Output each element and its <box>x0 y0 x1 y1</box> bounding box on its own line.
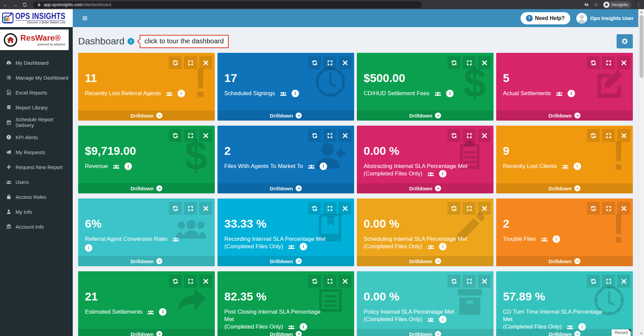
user-menu[interactable]: Ops Insights User <box>576 13 634 24</box>
tile-drilldown[interactable]: Drilldown <box>78 256 215 266</box>
tile-close-button[interactable] <box>478 275 491 288</box>
sidebar-item-my-dashboard[interactable]: My Dashboard <box>0 55 73 70</box>
tile-expand-button[interactable] <box>602 56 615 69</box>
tile-close-button[interactable] <box>199 202 212 215</box>
tile-close-button[interactable] <box>617 275 630 288</box>
sidebar-item-schedule-report-delivery[interactable]: Schedule Report Delivery <box>0 115 73 130</box>
tile-drilldown[interactable]: Drilldown <box>357 183 493 193</box>
reload-icon[interactable] <box>22 2 27 7</box>
tile-close-button[interactable] <box>617 56 630 69</box>
info-icon[interactable]: i <box>553 235 560 243</box>
info-icon[interactable]: i <box>439 170 446 177</box>
info-icon[interactable]: i <box>320 163 327 170</box>
info-icon[interactable]: i <box>439 316 446 323</box>
people-icon[interactable] <box>287 243 296 250</box>
tile-expand-button[interactable] <box>463 56 476 69</box>
tile-close-button[interactable] <box>339 129 351 142</box>
tile-expand-button[interactable] <box>602 202 615 215</box>
info-icon[interactable]: i <box>85 244 92 252</box>
tile-drilldown[interactable]: Drilldown <box>357 110 493 121</box>
tile-refresh-button[interactable] <box>308 275 321 288</box>
tile-expand-button[interactable] <box>323 56 336 69</box>
sidebar-item-access-roles[interactable]: Access Roles <box>0 189 73 204</box>
tile-refresh-button[interactable] <box>447 56 460 69</box>
sidebar-item-account-info[interactable]: Account Info <box>0 219 73 234</box>
tile-expand-button[interactable] <box>323 202 336 215</box>
info-icon[interactable]: i <box>568 90 575 97</box>
tile-close-button[interactable] <box>478 129 491 142</box>
tile-close-button[interactable] <box>199 56 212 69</box>
dashboard-info-icon[interactable]: i <box>128 38 134 45</box>
people-icon[interactable] <box>307 163 316 170</box>
people-icon[interactable] <box>287 323 296 330</box>
info-icon[interactable]: i <box>300 323 307 331</box>
scrollbar[interactable]: ▲ ▼ <box>638 9 644 336</box>
ops-insights-logo[interactable]: OPS INSIGHTS Discover a Better Bottom Li… <box>0 9 73 27</box>
sidebar-item-excel-reports[interactable]: Excel Reports <box>0 85 73 100</box>
tile-drilldown[interactable]: Drilldown <box>357 329 493 336</box>
tile-refresh-button[interactable] <box>447 129 460 142</box>
tile-refresh-button[interactable] <box>587 202 600 215</box>
sidebar-item-my-info[interactable]: My Info <box>0 204 73 219</box>
tile-close-button[interactable] <box>339 56 351 69</box>
info-icon[interactable]: i <box>574 163 581 170</box>
people-icon[interactable] <box>433 90 442 97</box>
tile-expand-button[interactable] <box>323 275 336 288</box>
tile-drilldown[interactable]: Drilldown <box>78 329 215 336</box>
people-icon[interactable] <box>279 90 288 97</box>
tile-expand-button[interactable] <box>463 275 476 288</box>
tile-close-button[interactable] <box>478 202 491 215</box>
tile-drilldown[interactable]: Drilldown <box>217 256 354 266</box>
info-icon[interactable]: i <box>159 308 166 316</box>
people-icon[interactable] <box>426 243 435 250</box>
info-icon[interactable]: i <box>439 243 446 250</box>
people-icon[interactable] <box>165 90 174 97</box>
tile-close-button[interactable] <box>617 202 630 215</box>
tile-expand-button[interactable] <box>463 129 476 142</box>
tile-refresh-button[interactable] <box>308 129 321 142</box>
tile-refresh-button[interactable] <box>587 56 600 69</box>
tile-expand-button[interactable] <box>323 129 336 142</box>
tile-close-button[interactable] <box>339 275 351 288</box>
sidebar-item-report-library[interactable]: Report Library <box>0 100 73 115</box>
resware-logo[interactable]: ResWare® powered by adeptive <box>0 29 69 50</box>
people-icon[interactable] <box>566 323 575 330</box>
scroll-thumb[interactable] <box>640 15 643 78</box>
tile-close-button[interactable] <box>199 275 212 288</box>
tile-close-button[interactable] <box>339 202 351 215</box>
info-icon[interactable]: i <box>578 323 586 331</box>
tile-drilldown[interactable]: Drilldown <box>496 183 633 193</box>
people-icon[interactable] <box>112 163 121 170</box>
tile-expand-button[interactable] <box>184 275 197 288</box>
tile-drilldown[interactable]: Drilldown <box>217 110 354 121</box>
info-icon[interactable]: i <box>446 90 454 97</box>
tile-drilldown[interactable]: Drilldown <box>496 110 633 121</box>
sidebar-item-manage-my-dashboard[interactable]: Manage My Dashboard <box>0 70 73 85</box>
tile-close-button[interactable] <box>199 129 212 142</box>
eye-off-icon[interactable] <box>584 2 589 7</box>
sidebar-item-users[interactable]: Users <box>0 174 73 189</box>
tile-refresh-button[interactable] <box>169 129 182 142</box>
tile-refresh-button[interactable] <box>447 202 460 215</box>
back-icon[interactable]: ← <box>3 2 8 7</box>
tile-expand-button[interactable] <box>184 56 197 69</box>
tile-refresh-button[interactable] <box>587 129 600 142</box>
tile-drilldown[interactable]: Drilldown <box>78 110 215 121</box>
people-icon[interactable] <box>146 309 155 315</box>
tile-close-button[interactable] <box>478 56 491 69</box>
sidebar-item-request-new-report[interactable]: Request New Report <box>0 160 73 174</box>
tile-drilldown[interactable]: Drilldown <box>357 256 493 266</box>
tile-refresh-button[interactable] <box>587 275 600 288</box>
tile-close-button[interactable] <box>617 129 630 142</box>
sidebar-toggle-icon[interactable] <box>80 13 90 23</box>
forward-icon[interactable]: → <box>13 2 18 7</box>
people-icon[interactable] <box>171 236 180 243</box>
people-icon[interactable] <box>426 316 435 323</box>
tile-drilldown[interactable]: Drilldown <box>78 183 215 193</box>
tile-refresh-button[interactable] <box>447 275 460 288</box>
people-icon[interactable] <box>426 170 435 177</box>
people-icon[interactable] <box>561 163 570 170</box>
browser-menu-icon[interactable]: ⋮ <box>636 2 641 7</box>
info-icon[interactable]: i <box>124 163 132 170</box>
tile-refresh-button[interactable] <box>308 56 321 69</box>
